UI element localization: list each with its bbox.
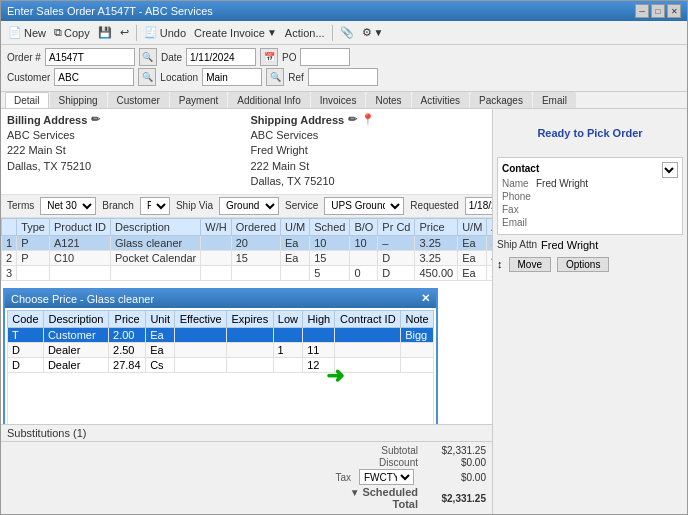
terms-row: Terms Net 30 Branch F Ship Via Ground Se… (1, 195, 492, 218)
discount-row: Discount $0.00 (7, 457, 486, 468)
po-input[interactable] (300, 48, 350, 66)
row-um2: Ea (458, 250, 487, 265)
empty-grid-area (7, 373, 434, 424)
name-value: Fred Wright (536, 178, 588, 189)
col-price: Price (109, 310, 146, 327)
col-expires: Expires (227, 310, 273, 327)
price-price: 2.00 (109, 327, 146, 342)
table-row[interactable]: 1 P A121 Glass cleaner 20 Ea 10 10 – 3. (2, 235, 493, 250)
price-expires (227, 342, 273, 357)
table-row[interactable]: 3 5 0 D 450.00 Ea (2, 265, 493, 280)
email-label: Email (502, 217, 532, 228)
tab-activities[interactable]: Activities (412, 92, 469, 108)
create-button[interactable]: Action... (282, 26, 328, 40)
col-code: Code (8, 310, 44, 327)
dialog-close-button[interactable]: ✕ (421, 292, 430, 305)
price-row-dealer1[interactable]: D Dealer 2.50 Ea 1 11 (8, 342, 434, 357)
left-panel: Billing Address ✏ ABC Services 222 Main … (1, 109, 492, 514)
row-product: C10 (49, 250, 110, 265)
branch-select[interactable]: F (140, 197, 170, 215)
date-btn[interactable]: 📅 (260, 48, 278, 66)
addresses-section: Billing Address ✏ ABC Services 222 Main … (1, 109, 492, 195)
col-um: U/M (281, 218, 310, 235)
dialog-title-bar: Choose Price - Glass cleaner ✕ (5, 290, 436, 308)
options-button[interactable]: Options (557, 257, 609, 272)
ref-input[interactable] (308, 68, 378, 86)
row-um2: Ea (458, 235, 487, 250)
row-product: A121 (49, 235, 110, 250)
tab-additional[interactable]: Additional Info (228, 92, 309, 108)
customer-search-btn[interactable]: 🔍 (138, 68, 156, 86)
row-prcd: D (378, 265, 415, 280)
tab-notes[interactable]: Notes (366, 92, 410, 108)
service-select[interactable]: UPS Ground (324, 197, 404, 215)
tab-customer[interactable]: Customer (108, 92, 169, 108)
order-input[interactable] (45, 48, 135, 66)
tab-invoices[interactable]: Invoices (311, 92, 366, 108)
row-num: 3 (2, 265, 17, 280)
row-ordered: 20 (231, 235, 280, 250)
terms-select[interactable]: Net 30 (40, 197, 96, 215)
action-button[interactable]: Create Invoice ▼ (191, 26, 280, 40)
tab-detail[interactable]: Detail (5, 92, 49, 108)
window-title: Enter Sales Order A1547T - ABC Services (7, 5, 213, 17)
shipping-address-block: Shipping Address ✏ 📍 ABC Services Fred W… (251, 113, 487, 190)
date-input[interactable] (186, 48, 256, 66)
phone-label: Phone (502, 191, 532, 202)
fax-label: Fax (502, 204, 532, 215)
scheduled-total-row: ▼ Scheduled Total $2,331.25 (7, 486, 486, 510)
save-button[interactable]: 💾 (95, 25, 115, 40)
window-controls: ─ □ ✕ (635, 4, 681, 18)
tax-select[interactable]: FWCTY (359, 469, 414, 485)
billing-edit-icon[interactable]: ✏ (91, 113, 100, 126)
contact-dropdown[interactable]: ▼ (662, 162, 678, 178)
customer-input[interactable] (54, 68, 134, 86)
shipping-map-icon[interactable]: 📍 (361, 113, 375, 126)
tab-shipping[interactable]: Shipping (50, 92, 107, 108)
shipping-address-header: Shipping Address ✏ 📍 (251, 113, 487, 126)
row-desc (110, 265, 200, 280)
shipping-line-1: ABC Services (251, 128, 487, 143)
move-arrow-icon: ↕ (497, 258, 503, 270)
price-row-customer[interactable]: T Customer 2.00 Ea Bigg (8, 327, 434, 342)
toolbar: 📄 New ⧉ Copy 💾 ↩ 🧾 Undo Create Invoice ▼… (1, 21, 687, 45)
close-button[interactable]: ✕ (667, 4, 681, 18)
row-price: 450.00 (415, 265, 458, 280)
order-search-btn[interactable]: 🔍 (139, 48, 157, 66)
move-button[interactable]: Move (509, 257, 551, 272)
undo-button[interactable]: ↩ (117, 25, 132, 40)
shipping-line-4: Dallas, TX 75210 (251, 174, 487, 189)
tab-packages[interactable]: Packages (470, 92, 532, 108)
row-type: P (17, 235, 50, 250)
location-search-btn[interactable]: 🔍 (266, 68, 284, 86)
copy-button[interactable]: ⧉ Copy (51, 25, 93, 40)
attach-icon: 📎 (340, 26, 354, 39)
separator (136, 25, 137, 41)
substitutions-label: Substitutions (1) (7, 427, 86, 439)
new-button[interactable]: 📄 New (5, 25, 49, 40)
ship-via-select[interactable]: Ground (219, 197, 279, 215)
col-wh: W/H (201, 218, 231, 235)
location-input[interactable] (202, 68, 262, 86)
attach-button[interactable]: 📎 (337, 25, 357, 40)
price-row-dealer2[interactable]: D Dealer 27.84 Cs 12 (8, 357, 434, 372)
contact-header-label: Contact (502, 163, 539, 174)
table-row[interactable]: 2 P C10 Pocket Calendar 15 Ea 15 D 3.2 (2, 250, 493, 265)
shipping-edit-icon[interactable]: ✏ (348, 113, 357, 126)
tax-label: Tax (271, 472, 351, 483)
tab-email[interactable]: Email (533, 92, 576, 108)
service-label: Service (285, 200, 318, 211)
undo-icon: ↩ (120, 26, 129, 39)
maximize-button[interactable]: □ (651, 4, 665, 18)
create-invoice-button[interactable]: 🧾 Undo (141, 25, 189, 40)
ref-label: Ref (288, 72, 304, 83)
col-ordered: Ordered (231, 218, 280, 235)
col-prcd: Pr Cd (378, 218, 415, 235)
row-wh (201, 265, 231, 280)
requested-input[interactable] (465, 197, 492, 215)
tab-payment[interactable]: Payment (170, 92, 227, 108)
minimize-button[interactable]: ─ (635, 4, 649, 18)
more-button[interactable]: ⚙ ▼ (359, 25, 387, 40)
po-label: PO (282, 52, 296, 63)
date-label: Date (161, 52, 182, 63)
